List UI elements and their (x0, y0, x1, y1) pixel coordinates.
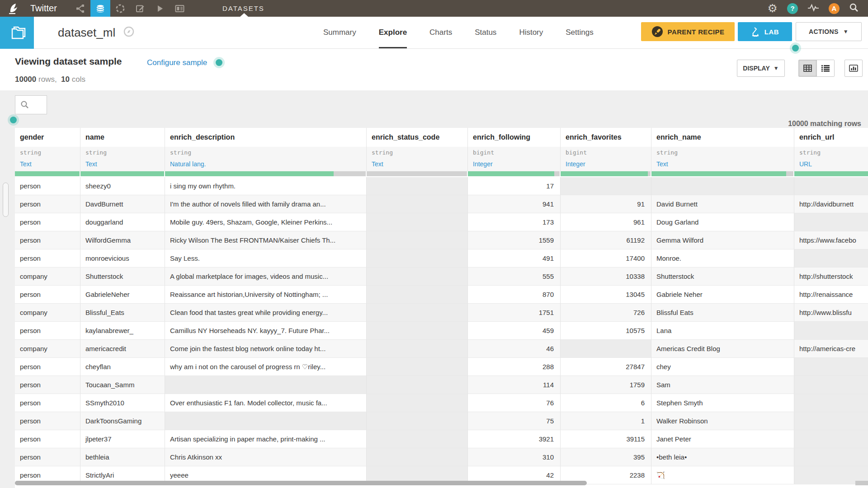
table-cell[interactable]: kaylanabrewer_ (80, 322, 165, 340)
table-cell[interactable]: David Burnett (651, 195, 794, 213)
table-cell[interactable]: 39115 (561, 430, 651, 448)
table-cell[interactable]: Lana (651, 322, 794, 340)
table-cell[interactable]: 🏹 (651, 466, 794, 484)
table-cell[interactable]: Monroe. (651, 249, 794, 267)
table-cell[interactable]: 17 (468, 177, 561, 195)
table-cell[interactable] (367, 394, 468, 412)
table-cell[interactable]: http://renaissance (794, 286, 868, 304)
table-cell[interactable]: Gabriele Neher (651, 286, 794, 304)
table-search-input[interactable] (15, 95, 47, 114)
column-meaning-link[interactable]: Text (651, 159, 794, 171)
table-cell[interactable]: DarkToonsGaming (80, 412, 165, 430)
tour-dot-lab[interactable] (792, 45, 799, 52)
tour-dot-filter[interactable] (10, 117, 17, 123)
table-cell[interactable]: person (15, 177, 80, 195)
table-cell[interactable]: Reaissance art historian,University of N… (165, 286, 367, 304)
table-cell[interactable]: bethleia (80, 448, 165, 466)
table-cell[interactable] (367, 231, 468, 249)
table-cell[interactable]: person (15, 394, 80, 412)
table-cell[interactable]: 3921 (468, 430, 561, 448)
table-cell[interactable] (367, 448, 468, 466)
table-cell[interactable] (794, 177, 868, 195)
column-meaning-link[interactable]: Integer (561, 159, 651, 171)
table-cell[interactable]: person (15, 195, 80, 213)
table-cell[interactable] (794, 213, 868, 231)
table-cell[interactable] (367, 340, 468, 358)
dataset-folder-icon[interactable] (0, 17, 34, 49)
jobs-icon[interactable] (150, 0, 170, 17)
table-cell[interactable]: chey (651, 358, 794, 376)
table-cell[interactable]: Sam (651, 376, 794, 394)
table-cell[interactable]: i sing my own rhythm. (165, 177, 367, 195)
table-cell[interactable]: why am i not on the carousel of progress… (165, 358, 367, 376)
column-header[interactable]: enrich_name (651, 128, 794, 147)
table-cell[interactable] (367, 412, 468, 430)
table-cell[interactable]: https://www.facebo (794, 231, 868, 249)
table-cell[interactable]: Stephen Smyth (651, 394, 794, 412)
table-cell[interactable]: company (15, 340, 80, 358)
column-header[interactable]: name (80, 128, 165, 147)
horizontal-scrollbar[interactable] (15, 481, 587, 485)
table-cell[interactable]: person (15, 376, 80, 394)
column-header[interactable]: enrich_url (794, 128, 868, 147)
table-cell[interactable] (794, 358, 868, 376)
table-cell[interactable]: •beth leia• (651, 448, 794, 466)
column-header[interactable]: enrich_status_code (367, 128, 468, 147)
table-cell[interactable]: 46 (468, 340, 561, 358)
user-avatar[interactable]: A (829, 3, 840, 14)
flow-icon[interactable] (71, 0, 90, 17)
table-cell[interactable] (794, 394, 868, 412)
table-cell[interactable]: americacredit (80, 340, 165, 358)
table-cell[interactable]: 13045 (561, 286, 651, 304)
table-cell[interactable]: http://americas-cre (794, 340, 868, 358)
table-cell[interactable]: 288 (468, 358, 561, 376)
table-cell[interactable]: 10338 (561, 267, 651, 286)
table-cell[interactable] (367, 249, 468, 267)
table-cell[interactable]: 17400 (561, 249, 651, 267)
analyses-icon[interactable] (110, 0, 130, 17)
datasets-icon[interactable] (90, 0, 110, 17)
parent-recipe-button[interactable]: PARENT RECIPE (641, 22, 735, 41)
left-panel-grip[interactable] (3, 183, 9, 217)
table-cell[interactable]: cheyflan (80, 358, 165, 376)
table-cell[interactable]: Mobile guy. 49ers, Shazam, Google, Klein… (165, 213, 367, 231)
column-header[interactable]: enrich_description (165, 128, 367, 147)
table-cell[interactable]: Say Less. (165, 249, 367, 267)
tab-explore[interactable]: Explore (379, 17, 407, 48)
table-cell[interactable]: http://www.blissfu (794, 304, 868, 322)
table-cell[interactable]: Blissful_Eats (80, 304, 165, 322)
table-cell[interactable]: 459 (468, 322, 561, 340)
tab-status[interactable]: Status (475, 17, 496, 48)
table-cell[interactable] (367, 358, 468, 376)
table-cell[interactable]: 6 (561, 394, 651, 412)
table-cell[interactable]: person (15, 249, 80, 267)
table-cell[interactable] (367, 322, 468, 340)
table-cell[interactable]: Doug Garland (651, 213, 794, 231)
table-cell[interactable]: 1 (561, 412, 651, 430)
table-cell[interactable] (367, 304, 468, 322)
table-cell[interactable]: I'm the author of novels filled with fam… (165, 195, 367, 213)
table-cell[interactable]: 491 (468, 249, 561, 267)
tab-summary[interactable]: Summary (323, 17, 356, 48)
dataiku-logo-icon[interactable] (6, 2, 19, 15)
table-cell[interactable] (561, 177, 651, 195)
table-cell[interactable]: person (15, 231, 80, 249)
table-cell[interactable]: GabrieleNeher (80, 286, 165, 304)
settings-gear-icon[interactable]: ⚙ (768, 3, 778, 14)
table-cell[interactable] (794, 430, 868, 448)
table-cell[interactable]: person (15, 322, 80, 340)
column-meaning-link[interactable]: Text (15, 159, 80, 171)
table-cell[interactable] (367, 195, 468, 213)
table-cell[interactable]: company (15, 267, 80, 286)
table-cell[interactable]: Over enthusiastic F1 fan. Model collecto… (165, 394, 367, 412)
column-header[interactable]: enrich_favorites (561, 128, 651, 147)
table-cell[interactable] (794, 412, 868, 430)
global-search-icon[interactable] (849, 3, 859, 14)
tour-dot-configure[interactable] (216, 59, 222, 66)
project-name[interactable]: Twitter (30, 3, 57, 14)
column-meaning-link[interactable]: Integer (468, 159, 561, 171)
table-cell[interactable] (367, 376, 468, 394)
column-stats-button[interactable] (844, 60, 863, 77)
table-cell[interactable]: sheezy0 (80, 177, 165, 195)
table-cell[interactable]: A global marketplace for images, videos … (165, 267, 367, 286)
